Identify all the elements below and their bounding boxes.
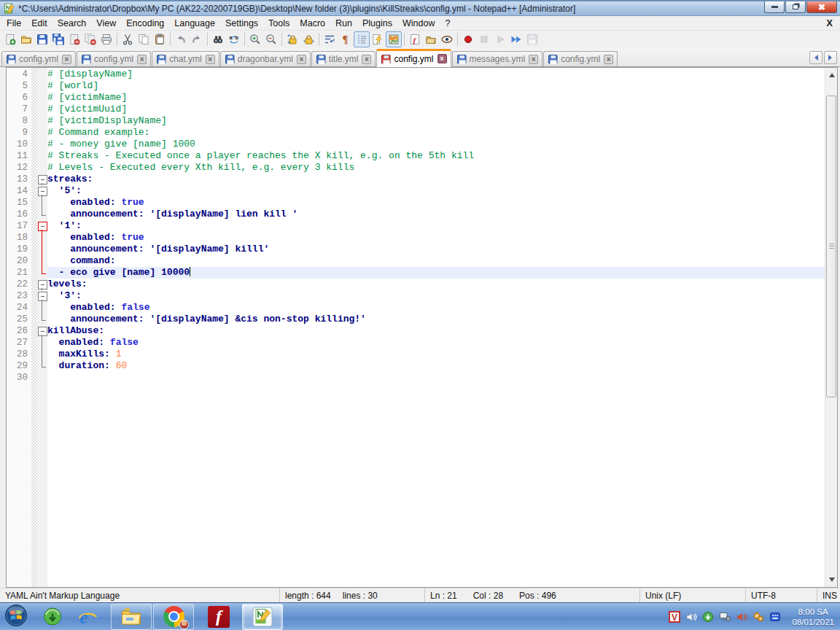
bookmark-cell[interactable] (31, 232, 37, 244)
bookmark-cell[interactable] (31, 255, 37, 267)
menu-item-file[interactable]: File (1, 17, 26, 30)
bookmark-cell[interactable] (31, 162, 37, 174)
undo-button[interactable] (173, 31, 189, 47)
restore-button[interactable] (785, 1, 806, 13)
show-all-characters-button[interactable]: ¶ (338, 31, 354, 47)
fold-toggle[interactable] (37, 290, 47, 302)
doc-switcher-button[interactable] (370, 31, 386, 47)
menu-item-view[interactable]: View (91, 17, 121, 30)
tab-close-icon[interactable]: × (438, 54, 447, 63)
save-all-button[interactable] (50, 31, 66, 47)
code-text[interactable]: # Streaks - Executed once a player reach… (47, 150, 825, 162)
vertical-scrollbar[interactable] (825, 68, 837, 587)
menu-item-edit[interactable]: Edit (26, 17, 52, 30)
taskbar-app-internet-explorer[interactable]: e (71, 604, 104, 630)
copy-button[interactable] (136, 31, 152, 47)
bookmark-cell[interactable] (31, 127, 37, 139)
folder-as-workspace-button[interactable] (423, 31, 439, 47)
monitoring-button[interactable] (439, 31, 455, 47)
bookmark-cell[interactable] (31, 92, 37, 104)
open-file-button[interactable] (18, 31, 34, 47)
bookmark-cell[interactable] (31, 290, 37, 302)
close-document-x[interactable]: X (819, 18, 840, 28)
code-text[interactable]: - eco give [name] 10000 (47, 267, 825, 279)
new-file-button[interactable] (2, 31, 18, 47)
tab-scroll-left-button[interactable] (809, 51, 822, 64)
tab-close-icon[interactable]: × (362, 55, 371, 64)
code-text[interactable] (47, 372, 825, 384)
document-map-button[interactable] (386, 31, 402, 47)
bookmark-cell[interactable] (31, 349, 37, 360)
find-button[interactable] (210, 31, 226, 47)
tab-scroll-right-button[interactable] (824, 51, 837, 64)
function-list-button[interactable]: f (407, 31, 423, 47)
taskbar-app-windows-explorer[interactable] (111, 604, 152, 630)
macro-play-button[interactable] (492, 31, 508, 47)
bookmark-cell[interactable] (31, 360, 37, 372)
menu-item-window[interactable]: Window (397, 17, 440, 30)
tray-audio-device-icon[interactable] (736, 611, 747, 623)
zoom-in-button[interactable] (247, 31, 263, 47)
macro-save-button[interactable] (524, 31, 540, 47)
bookmark-cell[interactable] (31, 302, 37, 314)
menu-item-settings[interactable]: Settings (220, 17, 263, 30)
code-text[interactable]: announcement: '[displayName] killl' (47, 244, 825, 255)
tray-v-tool-icon[interactable]: V (669, 611, 680, 623)
paste-button[interactable] (152, 31, 168, 47)
tab-close-icon[interactable]: × (62, 55, 71, 64)
taskbar-app-chrome[interactable] (153, 604, 194, 630)
menu-item-macro[interactable]: Macro (295, 17, 330, 30)
tab-config-yml[interactable]: config.yml× (543, 51, 618, 66)
tray-volume-icon[interactable] (685, 611, 697, 623)
bookmark-cell[interactable] (31, 244, 37, 255)
print-button[interactable] (98, 31, 114, 47)
code-text[interactable]: '5': (47, 185, 825, 197)
save-file-button[interactable] (34, 31, 50, 47)
start-button[interactable] (4, 604, 31, 630)
code-text[interactable]: enabled: false (47, 302, 825, 314)
code-text[interactable]: # Levels - Executed every Xth kill, e.g.… (47, 162, 825, 174)
code-text[interactable]: killAbuse: (47, 325, 825, 337)
redo-button[interactable] (189, 31, 205, 47)
bookmark-cell[interactable] (31, 174, 37, 185)
sync-vertical-button[interactable] (284, 31, 300, 47)
code-text[interactable]: streaks: (47, 174, 825, 185)
tab-close-icon[interactable]: × (137, 55, 147, 64)
menu-item--[interactable]: ? (440, 17, 455, 30)
taskbar-app-idm[interactable] (36, 604, 69, 630)
tab-dragonbar-yml[interactable]: dragonbar.yml× (220, 51, 311, 66)
code-text[interactable]: announcement: '[displayName] lien kill ' (47, 209, 825, 220)
bookmark-cell[interactable] (31, 115, 37, 127)
code-text[interactable]: command: (47, 255, 825, 267)
tray-input-indicator-icon[interactable] (769, 611, 781, 623)
bookmark-cell[interactable] (31, 325, 37, 337)
code-text[interactable]: levels: (47, 279, 825, 290)
tab-config-yml[interactable]: config.yml× (376, 49, 451, 67)
tray-idm-tray-icon[interactable] (702, 611, 714, 623)
tab-messages-yml[interactable]: messages.yml× (452, 51, 543, 66)
bookmark-cell[interactable] (31, 139, 37, 150)
minimize-button[interactable] (764, 1, 785, 13)
close-button[interactable]: ✖ (806, 1, 837, 13)
tab-chat-yml[interactable]: chat.yml× (152, 51, 219, 66)
tab-close-icon[interactable]: × (529, 55, 538, 64)
bookmark-cell[interactable] (31, 337, 37, 349)
bookmark-cell[interactable] (31, 150, 37, 162)
code-text[interactable]: duration: 60 (47, 360, 825, 372)
bookmark-cell[interactable] (31, 209, 37, 220)
indent-guide-button[interactable] (354, 31, 370, 47)
menu-item-tools[interactable]: Tools (263, 17, 295, 30)
fold-toggle[interactable] (37, 185, 47, 197)
sync-horizontal-button[interactable] (300, 31, 316, 47)
tray-updater-gears-icon[interactable] (752, 611, 764, 623)
code-text[interactable]: enabled: false (47, 337, 825, 349)
bookmark-cell[interactable] (31, 185, 37, 197)
replace-button[interactable]: ab (226, 31, 242, 47)
cut-button[interactable] (120, 31, 136, 47)
code-text[interactable]: # [victimName] (47, 92, 825, 104)
code-text[interactable]: # [victimDisplayName] (47, 115, 825, 127)
code-text[interactable]: # - money give [name] 1000 (47, 139, 825, 150)
code-text[interactable]: # Command example: (47, 127, 825, 139)
bookmark-cell[interactable] (31, 279, 37, 290)
bookmark-cell[interactable] (31, 69, 37, 80)
